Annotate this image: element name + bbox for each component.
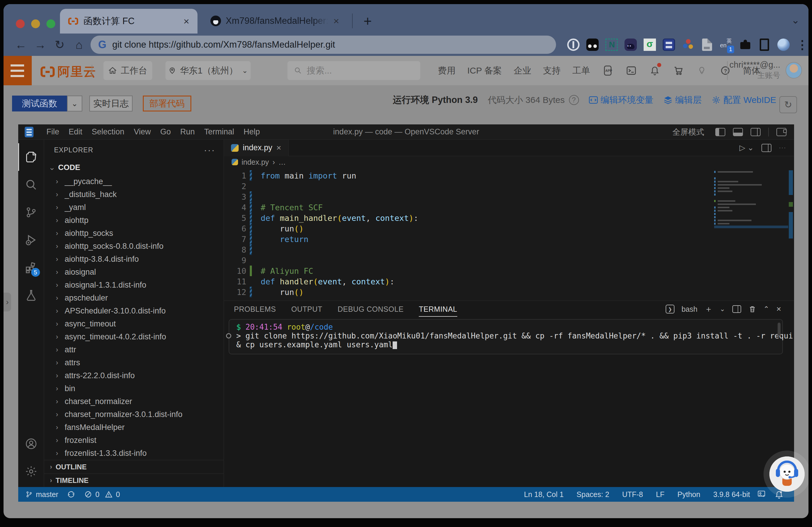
nav-item[interactable]: 工单	[572, 65, 590, 77]
code-size-help-icon[interactable]: ?	[569, 95, 579, 105]
panel-tab-terminal[interactable]: TERMINAL	[419, 301, 457, 317]
explorer-icon[interactable]	[18, 143, 44, 171]
hamburger-menu-icon[interactable]	[3, 56, 32, 85]
new-terminal-icon[interactable]: ＋	[705, 303, 713, 315]
shell-name[interactable]: bash	[682, 305, 697, 313]
back-button[interactable]: ←	[12, 33, 29, 56]
explorer-more-actions-icon[interactable]: ···	[204, 145, 215, 155]
sync-changes-button[interactable]	[67, 490, 75, 498]
run-debug-icon[interactable]	[18, 226, 44, 254]
notifications-bell-icon[interactable]	[649, 65, 661, 76]
minimap[interactable]	[714, 171, 782, 229]
settings-gear-icon[interactable]	[18, 458, 44, 485]
header-search-input[interactable]: 搜索...	[287, 61, 420, 80]
tree-item[interactable]: ›charset_normalizer-3.0.1.dist-info	[44, 408, 224, 421]
menu-file[interactable]: File	[42, 127, 64, 137]
status-item[interactable]: Spaces: 2	[577, 490, 609, 499]
terminal-scrollbar[interactable]	[778, 323, 781, 336]
reload-button[interactable]: ↻	[51, 33, 68, 56]
panel-tab-debug-console[interactable]: DEBUG CONSOLE	[338, 301, 404, 317]
tree-item[interactable]: ›aiohttp_socks	[44, 227, 224, 240]
browser-tab-inactive[interactable]: Xm798/fansMedalHelper: 新版B ×	[206, 11, 344, 31]
status-item[interactable]: Python	[677, 490, 700, 499]
forward-button[interactable]: →	[32, 33, 49, 56]
tree-item[interactable]: ›attr	[44, 343, 224, 356]
menu-terminal[interactable]: Terminal	[200, 127, 239, 137]
feedback-icon[interactable]	[757, 490, 766, 499]
tree-item[interactable]: ›aiosignal-1.3.1.dist-info	[44, 279, 224, 291]
tree-item[interactable]: ›aiohttp-3.8.4.dist-info	[44, 253, 224, 266]
breadcrumb-symbol[interactable]: …	[278, 158, 286, 167]
terminal-dropdown-icon[interactable]: ⌄	[720, 305, 725, 313]
account-icon[interactable]	[18, 430, 44, 458]
tree-item[interactable]: ›attrs-22.2.0.dist-info	[44, 369, 224, 382]
notion-clipper-icon[interactable]	[605, 39, 618, 51]
color-nodes-icon[interactable]	[682, 39, 694, 51]
tree-item[interactable]: ›charset_normalizer	[44, 395, 224, 408]
translate-icon[interactable]: 1	[720, 39, 733, 51]
menu-view[interactable]: View	[129, 127, 156, 137]
panel-tab-output[interactable]: OUTPUT	[291, 301, 322, 317]
close-tab-icon[interactable]: ×	[333, 16, 339, 26]
deploy-code-button[interactable]: 部署代码	[143, 96, 191, 112]
tree-item[interactable]: ›aiohttp_socks-0.8.0.dist-info	[44, 240, 224, 253]
aliyun-sidebar-expander[interactable]: ›	[3, 293, 11, 311]
reader-frame-icon[interactable]	[760, 39, 769, 51]
chatbot-assistant-button[interactable]	[769, 456, 804, 492]
status-item[interactable]: Ln 18, Col 1	[524, 490, 564, 499]
menu-selection[interactable]: Selection	[87, 127, 129, 137]
problems-indicator[interactable]: 0 0	[84, 490, 120, 499]
edit-layers-link[interactable]: 编辑层	[664, 94, 702, 106]
terminal[interactable]: $ 20:41:54 root@/code> git clone https:/…	[229, 319, 783, 354]
nav-item[interactable]: 费用	[438, 65, 455, 77]
tree-item[interactable]: ›aiosignal	[44, 266, 224, 279]
realtime-logs-button[interactable]: 实时日志	[89, 96, 132, 112]
nav-item[interactable]: 支持	[543, 65, 561, 77]
test-function-dropdown[interactable]: ⌄	[67, 96, 82, 112]
app-icon[interactable]: APP	[602, 65, 614, 76]
tree-item[interactable]: ›frozenlist	[44, 434, 224, 447]
timeline-section-header[interactable]: › TIMELINE	[44, 473, 224, 487]
puzzle-icon[interactable]	[739, 39, 752, 51]
nav-item[interactable]: 企业	[514, 65, 531, 77]
workspace-section-header[interactable]: ⌄ CODE	[44, 161, 224, 174]
close-editor-tab-icon[interactable]: ×	[277, 143, 281, 153]
testing-flask-icon[interactable]	[18, 282, 44, 309]
lightbulb-icon[interactable]	[696, 65, 708, 76]
cloudshell-icon[interactable]	[625, 65, 637, 76]
bardeen-icon[interactable]	[586, 39, 599, 51]
outline-section-header[interactable]: › OUTLINE	[44, 460, 224, 473]
menu-go[interactable]: Go	[156, 127, 175, 137]
zoom-window-button[interactable]	[46, 19, 55, 28]
aliyun-logo[interactable]: 阿里云	[41, 63, 97, 80]
account-avatar[interactable]	[785, 62, 802, 79]
split-terminal-icon[interactable]	[733, 305, 741, 313]
menu-run[interactable]: Run	[175, 127, 200, 137]
editor-tab-indexpy[interactable]: index.py ×	[224, 140, 289, 156]
tree-item[interactable]: ›__pycache__	[44, 175, 224, 188]
code-editor[interactable]: 1from main import run234# Tencent SCF5de…	[224, 168, 794, 301]
notebook-icon[interactable]	[663, 39, 675, 51]
account-menu[interactable]: chri*****@g... 主账号	[729, 60, 802, 81]
nav-item[interactable]: ICP 备案	[467, 65, 502, 77]
onepassword-icon[interactable]	[567, 39, 580, 51]
refresh-button[interactable]: ↻	[779, 96, 797, 113]
breadcrumb[interactable]: index.py › …	[224, 156, 794, 168]
source-control-icon[interactable]	[18, 199, 44, 226]
maximize-panel-icon[interactable]: ⌃	[764, 305, 769, 313]
tree-item[interactable]: ›bin	[44, 382, 224, 395]
extensions-icon[interactable]: 5	[18, 254, 44, 282]
toggle-sidebar-icon[interactable]	[715, 128, 725, 136]
new-tab-button[interactable]: +	[360, 13, 376, 29]
tree-item[interactable]: ›_distutils_hack	[44, 188, 224, 201]
breadcrumb-file[interactable]: index.py	[242, 158, 269, 167]
editor-more-actions-icon[interactable]: ···	[779, 145, 786, 151]
workbench-button[interactable]: 工作台	[103, 61, 152, 80]
tree-item[interactable]: ›async_timeout	[44, 317, 224, 330]
close-window-button[interactable]	[16, 19, 25, 28]
document-icon[interactable]	[702, 39, 712, 51]
toggle-panel-icon[interactable]	[733, 128, 743, 136]
tree-item[interactable]: ›async_timeout-4.0.2.dist-info	[44, 330, 224, 343]
overflow-menu-icon[interactable]	[796, 39, 800, 51]
tree-item[interactable]: ›frozenlist-1.3.3.dist-info	[44, 447, 224, 460]
